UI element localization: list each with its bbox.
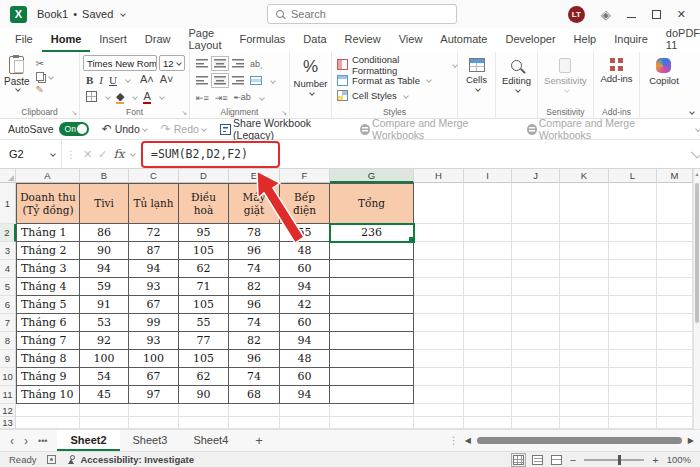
minimize-button[interactable] [627,16,636,18]
cell-C4[interactable]: 94 [129,260,179,278]
col-header-H[interactable]: H [414,169,464,183]
align-right-button[interactable] [232,76,244,85]
cell-A10[interactable]: Tháng 9 [16,368,80,386]
tab-review[interactable]: Review [336,28,390,52]
cell-J4[interactable] [512,260,560,278]
cell-B13[interactable] [80,417,129,429]
cell-B9[interactable]: 100 [80,350,129,368]
font-color-chevron-icon[interactable] [159,94,165,100]
borders-chevron-icon[interactable] [105,94,111,100]
cell-A6[interactable]: Tháng 5 [16,296,80,314]
hscroll-left-arrow-icon[interactable]: ◀ [465,436,471,445]
row-header-3[interactable]: 3 [0,242,16,260]
cell-A8[interactable]: Tháng 7 [16,332,80,350]
cell-M10[interactable] [657,368,693,386]
cell-G6[interactable] [330,296,414,314]
cell-F12[interactable] [280,404,330,417]
cell-styles-button[interactable]: Cell Styles [332,88,457,104]
share-workbook-legacy-button[interactable]: Share Workbook (Legacy) [220,117,346,141]
sheet-nav-more-icon[interactable]: ••• [38,436,47,446]
cell-L13[interactable] [609,417,657,429]
formula-bar-handle[interactable]: ⋮ [66,149,76,160]
cell-B4[interactable]: 94 [80,260,129,278]
cell-F8[interactable]: 94 [280,332,330,350]
format-painter-button[interactable]: ✎ [36,84,53,95]
editing-button[interactable]: Editing [502,55,531,92]
cell-C13[interactable] [129,417,179,429]
align-bottom-button[interactable] [232,59,244,68]
cell-K13[interactable] [560,417,609,429]
borders-button[interactable] [86,91,97,102]
cell-G5[interactable] [330,278,414,296]
col-header-F[interactable]: F [280,169,330,183]
cell-D10[interactable]: 62 [179,368,229,386]
cell-I8[interactable] [464,332,512,350]
cell-M4[interactable] [657,260,693,278]
cell-G9[interactable] [330,350,414,368]
wrap-chevron-icon[interactable] [259,95,265,101]
cell-K1[interactable] [560,183,609,224]
cell-C9[interactable]: 100 [129,350,179,368]
cell-C6[interactable]: 67 [129,296,179,314]
title-chevron-icon[interactable] [120,11,126,17]
cell-K3[interactable] [560,242,609,260]
cell-E3[interactable]: 96 [229,242,280,260]
cell-D3[interactable]: 105 [179,242,229,260]
cell-M12[interactable] [657,404,693,417]
cell-H10[interactable] [414,368,464,386]
cell-H7[interactable] [414,314,464,332]
horizontal-scroll-thumb[interactable] [477,437,682,444]
tab-file[interactable]: File [6,28,42,52]
cell-I1[interactable] [464,183,512,224]
row-header-13[interactable]: 13 [0,417,16,429]
cell-J7[interactable] [512,314,560,332]
cell-I13[interactable] [464,417,512,429]
tab-help[interactable]: Help [565,28,606,52]
merge-chevron-icon[interactable] [270,78,276,84]
cell-E9[interactable]: 96 [229,350,280,368]
cell-G3[interactable] [330,242,414,260]
cell-M9[interactable] [657,350,693,368]
cell-A13[interactable] [16,417,80,429]
col-header-A[interactable]: A [16,169,80,183]
cell-F7[interactable]: 60 [280,314,330,332]
excel-app-icon[interactable]: X [10,6,27,23]
cell-D1[interactable]: Điều hoà [179,183,229,224]
cell-M5[interactable] [657,278,693,296]
cell-J8[interactable] [512,332,560,350]
cell-I7[interactable] [464,314,512,332]
tab-dopdf[interactable]: doPDF 11 [657,28,700,52]
paste-button[interactable]: Paste [4,56,30,95]
fill-chevron-icon[interactable] [133,94,139,100]
cell-D13[interactable] [179,417,229,429]
cell-C10[interactable]: 67 [129,368,179,386]
cell-J3[interactable] [512,242,560,260]
col-header-E[interactable]: E [229,169,280,183]
cell-L2[interactable] [609,224,657,242]
cell-I5[interactable] [464,278,512,296]
cell-E1[interactable]: Máy giặt [229,183,280,224]
cell-J12[interactable] [512,404,560,417]
cell-K7[interactable] [560,314,609,332]
document-title[interactable]: Book1 • Saved [37,8,125,20]
cell-I3[interactable] [464,242,512,260]
cell-H9[interactable] [414,350,464,368]
zoom-slider-thumb[interactable] [618,455,621,465]
row-header-11[interactable]: 11 [0,386,16,404]
cell-G7[interactable] [330,314,414,332]
cell-E13[interactable] [229,417,280,429]
cell-A12[interactable] [16,404,80,417]
zoom-out-button[interactable]: − [570,454,576,466]
wrap-text-button[interactable]: ⯬ab [234,92,251,103]
cell-D6[interactable]: 105 [179,296,229,314]
decrease-indent-button[interactable]: ⇤≡ [196,93,209,103]
col-header-B[interactable]: B [80,169,129,183]
cell-D4[interactable]: 62 [179,260,229,278]
cell-H3[interactable] [414,242,464,260]
cell-M3[interactable] [657,242,693,260]
ribbon-collapse-chevron-icon[interactable] [689,109,695,115]
tab-automate[interactable]: Automate [431,28,496,52]
cell-K5[interactable] [560,278,609,296]
cell-M6[interactable] [657,296,693,314]
font-dialog-launcher[interactable]: ↘ [181,109,187,117]
